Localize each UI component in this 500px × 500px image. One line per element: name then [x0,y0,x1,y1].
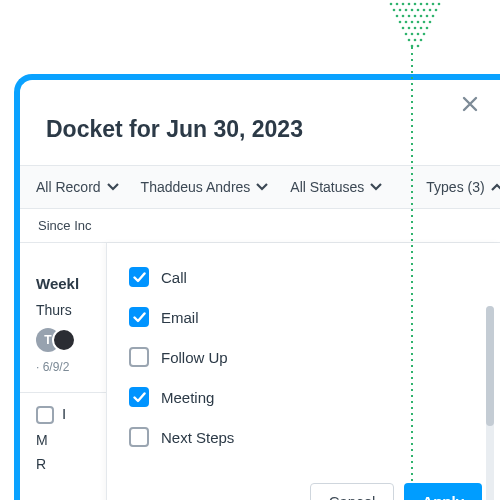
filter-statuses[interactable]: All Statuses [290,179,382,195]
svg-point-22 [396,3,399,6]
svg-point-45 [399,21,402,24]
filter-types-label: Types (3) [426,179,484,195]
svg-point-40 [408,15,411,18]
svg-point-21 [390,3,393,6]
type-option-label: Call [161,269,187,286]
svg-point-26 [420,3,423,6]
svg-point-44 [432,15,435,18]
decorative-dots [380,0,450,50]
filter-types[interactable]: Types (3) [426,179,500,195]
checkbox-checked-icon[interactable] [129,267,149,287]
chevron-up-icon [491,183,500,191]
close-icon[interactable] [462,94,478,117]
svg-point-47 [411,21,414,24]
type-option[interactable]: Meeting [129,377,500,417]
svg-point-56 [405,33,408,36]
modal-title: Docket for Jun 30, 2023 [20,80,500,165]
chevron-down-icon [256,183,268,191]
since-bar: Since Inc [20,209,500,243]
type-option[interactable]: Next Steps [129,417,500,457]
apply-button[interactable]: Apply [404,483,482,500]
type-option-label: Next Steps [161,429,234,446]
svg-point-48 [417,21,420,24]
svg-point-32 [405,9,408,12]
svg-point-24 [408,3,411,6]
scrollbar[interactable] [486,306,494,500]
checkbox-checked-icon[interactable] [129,307,149,327]
list-item[interactable]: I [36,405,106,424]
svg-point-30 [393,9,396,12]
svg-point-64 [417,45,420,48]
svg-point-28 [432,3,435,6]
svg-point-53 [414,27,417,30]
svg-point-55 [426,27,429,30]
filter-bar: All Record Thaddeus Andres All Statuses … [20,165,500,209]
svg-point-52 [408,27,411,30]
svg-point-62 [420,39,423,42]
svg-point-31 [399,9,402,12]
svg-point-25 [414,3,417,6]
svg-point-42 [420,15,423,18]
checkbox-empty-icon[interactable] [129,427,149,447]
svg-point-50 [429,21,432,24]
svg-point-34 [417,9,420,12]
avatar-row: T [36,328,106,352]
filter-statuses-label: All Statuses [290,179,364,195]
checkbox-empty-icon[interactable] [36,406,54,424]
svg-point-36 [429,9,432,12]
list-item-line: M [36,432,106,448]
filter-assignee[interactable]: Thaddeus Andres [141,179,269,195]
svg-point-33 [411,9,414,12]
checkbox-empty-icon[interactable] [129,347,149,367]
svg-point-60 [408,39,411,42]
list-item-line: R [36,456,106,472]
types-dropdown: CallEmailFollow UpMeetingNext Steps Canc… [106,243,500,500]
docket-list: Weekl Thurs T · 6/9/2 I M R [20,243,106,500]
svg-point-46 [405,21,408,24]
svg-point-27 [426,3,429,6]
type-option-label: Meeting [161,389,214,406]
svg-point-57 [411,33,414,36]
type-option[interactable]: Email [129,297,500,337]
svg-point-58 [417,33,420,36]
chevron-down-icon [107,183,119,191]
svg-point-39 [402,15,405,18]
type-option-label: Email [161,309,199,326]
checkbox-checked-icon[interactable] [129,387,149,407]
svg-point-63 [411,45,414,48]
svg-point-41 [414,15,417,18]
svg-point-49 [423,21,426,24]
svg-point-37 [435,9,438,12]
filter-records[interactable]: All Record [36,179,119,195]
svg-point-23 [402,3,405,6]
filter-assignee-label: Thaddeus Andres [141,179,251,195]
cancel-button[interactable]: Cancel [310,483,395,500]
svg-point-38 [396,15,399,18]
type-option-label: Follow Up [161,349,228,366]
event-day: Thurs [36,302,106,318]
docket-modal: Docket for Jun 30, 2023 All Record Thadd… [14,74,500,500]
type-option[interactable]: Follow Up [129,337,500,377]
svg-point-35 [423,9,426,12]
svg-point-54 [420,27,423,30]
event-title: Weekl [36,275,106,292]
svg-point-59 [423,33,426,36]
chevron-down-icon [370,183,382,191]
scrollbar-thumb[interactable] [486,306,494,426]
filter-records-label: All Record [36,179,101,195]
avatar [52,328,76,352]
svg-point-61 [414,39,417,42]
svg-point-29 [438,3,441,6]
since-label: Since Inc [38,218,91,233]
svg-point-43 [426,15,429,18]
event-date: · 6/9/2 [36,360,106,374]
type-option[interactable]: Call [129,257,500,297]
svg-point-51 [402,27,405,30]
